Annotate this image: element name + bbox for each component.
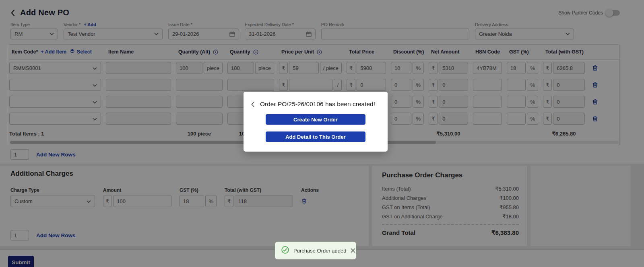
modal-title: Order PO/25-26/00106 has been created! (255, 101, 380, 108)
toast-close-icon[interactable] (351, 248, 355, 253)
success-check-icon (281, 246, 289, 256)
toast-notification: Purchase Order added (275, 242, 356, 259)
create-new-order-button[interactable]: Create New Order (266, 114, 365, 125)
modal-back-icon[interactable] (251, 101, 255, 107)
add-detail-to-order-button[interactable]: Add Detail to This Order (266, 131, 365, 142)
order-created-modal: Order PO/25-26/00106 has been created! C… (244, 92, 388, 152)
toast-message: Purchase Order added (293, 248, 347, 254)
